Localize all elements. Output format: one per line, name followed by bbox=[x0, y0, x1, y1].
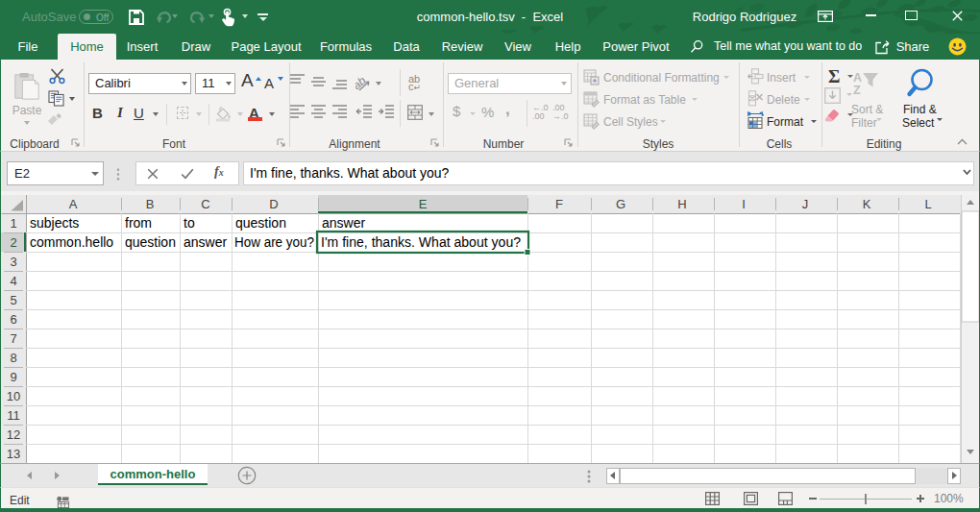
svg-text:13: 13 bbox=[7, 447, 20, 461]
svg-text:K: K bbox=[863, 197, 871, 211]
svg-text:3: 3 bbox=[10, 255, 16, 269]
svg-text:I'm fine, thanks. What about y: I'm fine, thanks. What about you? bbox=[321, 234, 521, 250]
svg-text:J: J bbox=[802, 197, 809, 211]
svg-text:How are you?: How are you? bbox=[234, 234, 314, 250]
svg-text:A: A bbox=[69, 197, 78, 211]
svg-text:F: F bbox=[555, 197, 563, 211]
svg-text:subjects: subjects bbox=[30, 215, 79, 231]
svg-text:answer: answer bbox=[184, 234, 227, 250]
svg-text:D: D bbox=[269, 197, 278, 211]
svg-text:7: 7 bbox=[10, 331, 16, 346]
svg-text:common.hello: common.hello bbox=[30, 234, 113, 250]
svg-text:1: 1 bbox=[10, 216, 16, 231]
svg-text:to: to bbox=[184, 215, 195, 231]
svg-text:C: C bbox=[201, 197, 209, 211]
svg-text:H: H bbox=[677, 197, 686, 211]
svg-text:answer: answer bbox=[322, 215, 365, 231]
svg-text:5: 5 bbox=[10, 293, 16, 307]
svg-text:12: 12 bbox=[7, 427, 20, 442]
svg-text:2: 2 bbox=[10, 235, 16, 250]
svg-text:G: G bbox=[616, 197, 625, 211]
svg-text:question: question bbox=[235, 215, 286, 231]
svg-text:from: from bbox=[125, 215, 152, 231]
svg-text:L: L bbox=[924, 197, 931, 211]
svg-text:11: 11 bbox=[7, 408, 20, 423]
svg-text:10: 10 bbox=[7, 389, 20, 403]
svg-text:4: 4 bbox=[10, 274, 16, 288]
svg-text:9: 9 bbox=[10, 370, 16, 384]
svg-text:I: I bbox=[742, 197, 746, 211]
svg-text:question: question bbox=[125, 234, 176, 250]
svg-text:E: E bbox=[419, 197, 428, 211]
svg-text:B: B bbox=[146, 197, 155, 211]
svg-text:6: 6 bbox=[10, 312, 16, 327]
svg-text:8: 8 bbox=[10, 351, 16, 365]
